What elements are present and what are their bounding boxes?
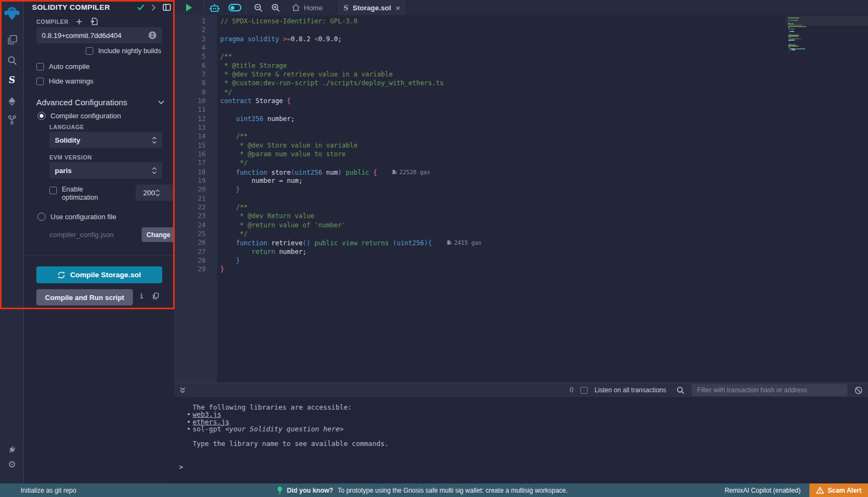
status-bar: Initialize as git repo Did you know? To … <box>0 483 868 497</box>
run-script-play-button[interactable] <box>174 4 204 11</box>
use-config-file-radio[interactable] <box>37 213 46 221</box>
terminal-prompt[interactable]: > <box>174 463 868 471</box>
optimization-label-1: Enable <box>62 186 83 193</box>
hide-warnings-checkbox[interactable] <box>36 78 44 85</box>
compiler-version-select[interactable]: 0.8.19+commit.7dd6d404 <box>36 27 162 43</box>
auto-compile-label: Auto compile <box>49 62 90 71</box>
editor-gutter: 1234567891011121314151617181920212223242… <box>174 15 217 383</box>
tab-storage-sol[interactable]: S Storage.sol × <box>337 0 407 15</box>
scam-alert-button[interactable]: Scam Alert <box>809 483 868 497</box>
zoom-in-icon[interactable] <box>267 3 284 12</box>
tip-text: To prototype using the Gnosis safe multi… <box>337 487 567 494</box>
listen-transactions-checkbox[interactable] <box>580 387 588 394</box>
git-icon[interactable] <box>0 113 24 127</box>
lightbulb-icon <box>277 486 283 494</box>
line-number: 6 <box>174 61 206 70</box>
copy-icon[interactable] <box>152 292 159 300</box>
deploy-run-icon[interactable] <box>0 94 24 109</box>
code-line: } <box>220 265 784 273</box>
compiled-check-icon <box>137 4 144 10</box>
language-select[interactable]: Solidity <box>49 132 162 148</box>
panel-title: SOLIDITY COMPILER <box>32 3 137 11</box>
compile-button[interactable]: Compile Storage.sol <box>36 266 162 283</box>
ai-copilot-robot-icon[interactable] <box>205 3 224 12</box>
home-tab[interactable]: Home <box>292 4 323 12</box>
code-editor[interactable]: // SPDX-License-Identifier: GPL-3.0pragm… <box>220 17 784 274</box>
line-number: 19 <box>174 176 206 185</box>
line-number: 5 <box>174 52 206 61</box>
info-icon[interactable]: i <box>139 292 144 300</box>
hide-warnings-label: Hide warnings <box>49 77 93 85</box>
bullet: • <box>187 425 191 432</box>
evm-version-select[interactable]: paris <box>49 162 162 179</box>
line-number: 21 <box>174 194 206 203</box>
code-line: * @dev Store & retrieve value in a varia… <box>220 70 784 79</box>
stepper-carets-icon <box>155 189 160 196</box>
terminal-search-icon[interactable] <box>676 386 685 394</box>
tip-bold-text: Did you know? <box>287 487 333 494</box>
advanced-configurations-header[interactable]: Advanced Configurations <box>36 98 164 107</box>
hide-warnings-row: Hide warnings <box>36 77 93 85</box>
line-number: 20 <box>174 185 206 194</box>
editor-toolbar: Home S Storage.sol × <box>174 0 868 15</box>
auto-compile-row: Auto compile <box>36 62 90 71</box>
editor-area: Home S Storage.sol × 1234567891011121314… <box>174 0 868 383</box>
compile-and-run-button[interactable]: Compile and Run script <box>36 289 133 305</box>
nightly-builds-label: Include nightly builds <box>98 47 161 55</box>
clear-console-icon[interactable] <box>854 386 863 394</box>
line-number: 15 <box>174 141 206 150</box>
copilot-toggle[interactable] <box>224 4 246 11</box>
enable-optimization-row: Enable optimization <box>49 186 98 202</box>
minimap[interactable] <box>786 15 868 383</box>
code-line: function retrieve() public view returns … <box>220 238 784 247</box>
line-number: 13 <box>174 123 206 132</box>
toggle-icon <box>228 4 241 11</box>
recompile-icon <box>58 271 65 279</box>
minimap-code <box>788 17 806 53</box>
terminal-line: •ethers.js <box>174 418 868 425</box>
import-compiler-icon[interactable] <box>90 17 98 26</box>
plugin-manager-icon[interactable] <box>0 442 24 456</box>
file-explorer-icon[interactable] <box>0 33 24 47</box>
zoom-out-icon[interactable] <box>250 3 267 12</box>
optimization-runs-value: 200 <box>143 189 155 197</box>
optimization-label-2: optimization <box>62 194 98 201</box>
settings-gear-icon[interactable]: ⚙ <box>0 457 24 471</box>
git-init-status[interactable]: Initialize as git repo <box>21 487 76 494</box>
line-number: 12 <box>174 114 206 123</box>
optimization-runs-input[interactable]: 200 <box>136 184 174 201</box>
line-number: 26 <box>174 238 206 247</box>
line-number: 11 <box>174 105 206 114</box>
pin-panel-icon[interactable] <box>163 4 171 11</box>
line-number: 14 <box>174 132 206 141</box>
code-line: /** <box>220 52 784 61</box>
line-number: 8 <box>174 79 206 87</box>
search-icon[interactable] <box>0 53 24 67</box>
chevron-right-icon[interactable] <box>151 4 156 11</box>
select-carets-icon <box>152 167 157 174</box>
tab-label: Storage.sol <box>353 4 391 12</box>
collapse-terminal-icon[interactable] <box>180 387 186 393</box>
compiler-configuration-radio[interactable] <box>37 112 46 120</box>
line-number: 16 <box>174 150 206 158</box>
code-line <box>220 26 784 34</box>
compiler-label: COMPILER <box>36 18 68 25</box>
home-icon <box>292 4 300 11</box>
tab-close-icon[interactable]: × <box>395 4 400 12</box>
transaction-filter-input[interactable] <box>692 384 847 396</box>
code-line: * @dev Store value in variable <box>220 141 784 150</box>
remix-ide-window: S ⚙ <box>0 0 868 497</box>
code-line <box>220 43 784 52</box>
nightly-builds-checkbox[interactable] <box>86 47 93 55</box>
solidity-compiler-icon[interactable]: S <box>0 72 24 88</box>
terminal-output[interactable]: The following libraries are accessible:•… <box>174 397 868 483</box>
solidity-file-icon: S <box>343 4 349 12</box>
line-number: 10 <box>174 97 206 105</box>
add-custom-compiler-icon[interactable] <box>76 18 82 25</box>
remix-logo-icon[interactable] <box>0 3 24 23</box>
enable-optimization-checkbox[interactable] <box>49 187 57 194</box>
compiler-version-value: 0.8.19+commit.7dd6d404 <box>42 31 148 40</box>
code-line: } <box>220 256 784 265</box>
change-config-button[interactable]: Change <box>142 227 175 242</box>
auto-compile-checkbox[interactable] <box>36 63 44 71</box>
